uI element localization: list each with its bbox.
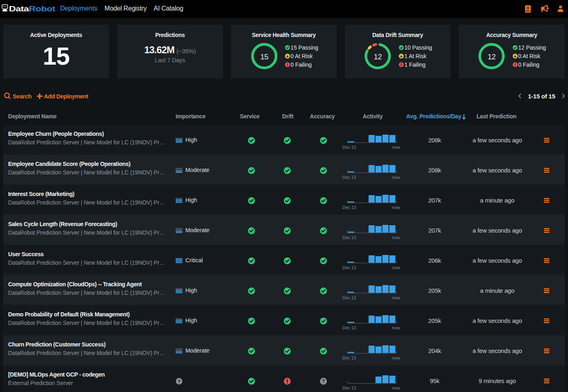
svg-text:Dec 13: Dec 13 bbox=[342, 235, 356, 240]
svg-text:now: now bbox=[392, 265, 400, 270]
svg-text:now: now bbox=[392, 175, 400, 180]
svg-text:now: now bbox=[392, 385, 400, 390]
svg-text:now: now bbox=[392, 145, 400, 150]
svg-text:Dec 13: Dec 13 bbox=[342, 265, 356, 270]
svg-text:?: ? bbox=[322, 378, 324, 384]
svg-text:now: now bbox=[392, 325, 400, 330]
svg-text:now: now bbox=[392, 235, 400, 240]
svg-text:now: now bbox=[392, 295, 400, 300]
svg-text:Dec 13: Dec 13 bbox=[342, 205, 356, 210]
svg-text:Dec 13: Dec 13 bbox=[342, 355, 356, 360]
svg-text:Dec 13: Dec 13 bbox=[342, 385, 356, 390]
svg-text:Dec 13: Dec 13 bbox=[342, 295, 356, 300]
svg-text:Dec 13: Dec 13 bbox=[342, 175, 356, 180]
svg-text:now: now bbox=[392, 205, 400, 210]
svg-text:?: ? bbox=[178, 379, 181, 384]
svg-text:Dec 13: Dec 13 bbox=[342, 325, 356, 330]
svg-text:Dec 13: Dec 13 bbox=[342, 145, 356, 150]
svg-text:now: now bbox=[392, 355, 400, 360]
